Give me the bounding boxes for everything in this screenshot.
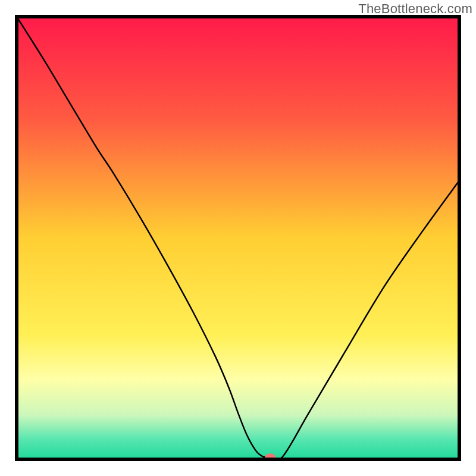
chart-container: TheBottleneck.com [0,0,476,476]
attribution-text: TheBottleneck.com [358,1,472,17]
bottleneck-chart [0,0,476,476]
plot-background [17,17,459,459]
